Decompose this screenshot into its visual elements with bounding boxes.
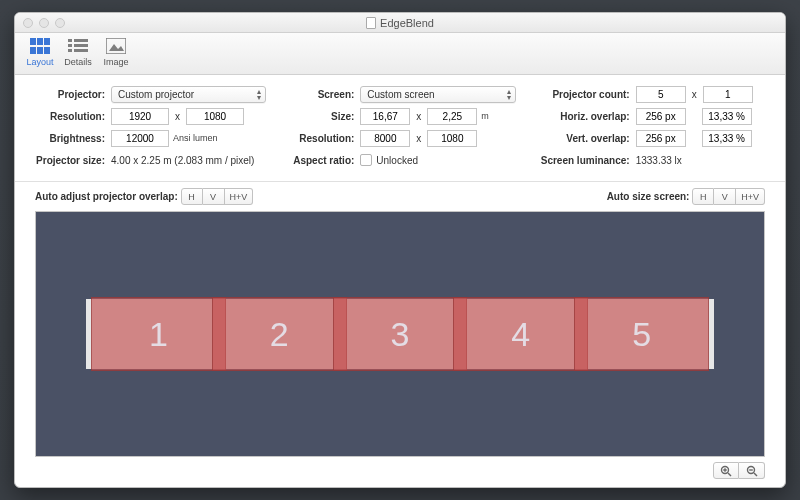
projector-number: 3	[391, 315, 410, 354]
zoom-out-icon	[746, 465, 758, 477]
svg-line-19	[754, 473, 757, 476]
auto-size-v-button[interactable]: V	[714, 188, 736, 205]
zoom-out-button[interactable]	[739, 462, 765, 479]
aspect-value: Unlocked	[376, 155, 418, 166]
projector-select[interactable]: Custom projector▴▾	[111, 86, 266, 103]
svg-rect-9	[74, 44, 88, 47]
minimize-icon[interactable]	[39, 18, 49, 28]
x-separator: x	[173, 111, 182, 122]
screen-size-label: Size:	[284, 111, 356, 122]
projector-number: 4	[511, 315, 530, 354]
traffic-lights	[15, 18, 65, 28]
chevron-updown-icon: ▴▾	[257, 89, 261, 101]
horiz-overlap-pct-input[interactable]	[702, 108, 752, 125]
projector-column: Projector: Custom projector▴▾ Resolution…	[35, 83, 266, 171]
auto-overlap-label: Auto adjust projector overlap:	[35, 191, 178, 202]
vert-overlap-label: Vert. overlap:	[534, 133, 632, 144]
settings-panel: Projector: Custom projector▴▾ Resolution…	[15, 75, 785, 182]
x-separator: x	[414, 111, 423, 122]
svg-rect-8	[68, 44, 72, 47]
screen-size-unit: m	[481, 111, 489, 121]
screen-select[interactable]: Custom screen▴▾	[360, 86, 515, 103]
layout-column: Projector count: x Horiz. overlap: Vert.…	[534, 83, 765, 171]
svg-rect-1	[37, 38, 43, 45]
screen-res-w-input[interactable]	[360, 130, 410, 147]
projector-region[interactable]: 3	[333, 297, 468, 371]
svg-rect-2	[44, 38, 50, 45]
screen-size-h-input[interactable]	[427, 108, 477, 125]
screen-label: Screen:	[284, 89, 356, 100]
toolbar-layout-button[interactable]: Layout	[21, 35, 59, 67]
details-list-icon	[68, 38, 88, 54]
auto-overlap-v-button[interactable]: V	[203, 188, 225, 205]
toolbar: Layout Details Image	[15, 33, 785, 75]
auto-overlap-h-button[interactable]: H	[181, 188, 203, 205]
screen-resolution-label: Resolution:	[284, 133, 356, 144]
projector-region[interactable]: 2	[212, 297, 347, 371]
x-separator: x	[690, 89, 699, 100]
titlebar: EdgeBlend	[15, 13, 785, 33]
projector-region[interactable]: 4	[453, 297, 588, 371]
svg-rect-10	[68, 49, 72, 52]
app-window: EdgeBlend Layout Details Image Projector…	[14, 12, 786, 488]
brightness-unit: Ansi lumen	[173, 133, 218, 143]
luminance-value: 1333.33 lx	[636, 155, 682, 166]
toolbar-details-label: Details	[59, 57, 97, 67]
svg-rect-3	[30, 47, 36, 54]
aspect-checkbox[interactable]	[360, 154, 372, 166]
svg-rect-4	[37, 47, 43, 54]
svg-rect-0	[30, 38, 36, 45]
projector-number: 2	[270, 315, 289, 354]
projector-size-label: Projector size:	[35, 155, 107, 166]
projector-size-value: 4.00 x 2.25 m (2.083 mm / pixel)	[111, 155, 254, 166]
screen-size-w-input[interactable]	[360, 108, 410, 125]
zoom-bar	[35, 457, 765, 481]
zoom-in-icon	[720, 465, 732, 477]
projection-canvas[interactable]: 1 2 3 4 5	[35, 211, 765, 457]
svg-rect-12	[106, 38, 126, 54]
window-title-text: EdgeBlend	[380, 17, 434, 29]
auto-size-label: Auto size screen:	[607, 191, 690, 202]
vert-overlap-px-input[interactable]	[636, 130, 686, 147]
svg-marker-13	[109, 44, 124, 51]
luminance-label: Screen luminance:	[534, 155, 632, 166]
svg-line-15	[728, 473, 731, 476]
toolbar-image-button[interactable]: Image	[97, 35, 135, 67]
image-icon	[106, 38, 126, 54]
horiz-overlap-px-input[interactable]	[636, 108, 686, 125]
toolbar-details-button[interactable]: Details	[59, 35, 97, 67]
projector-region[interactable]: 1	[91, 297, 226, 371]
auto-size-h-button[interactable]: H	[692, 188, 714, 205]
window-title: EdgeBlend	[15, 17, 785, 29]
screen-column: Screen: Custom screen▴▾ Size: x m Resolu…	[284, 83, 515, 171]
screen-select-value: Custom screen	[367, 89, 434, 100]
projector-res-w-input[interactable]	[111, 108, 169, 125]
zoom-icon[interactable]	[55, 18, 65, 28]
svg-rect-6	[68, 39, 72, 42]
svg-rect-11	[74, 49, 88, 52]
projector-count-x-input[interactable]	[636, 86, 686, 103]
zoom-in-button[interactable]	[713, 462, 739, 479]
close-icon[interactable]	[23, 18, 33, 28]
projector-select-value: Custom projector	[118, 89, 194, 100]
adjust-bar: Auto adjust projector overlap: H V H+V A…	[15, 182, 785, 211]
vert-overlap-pct-input[interactable]	[702, 130, 752, 147]
projector-res-h-input[interactable]	[186, 108, 244, 125]
screen-res-h-input[interactable]	[427, 130, 477, 147]
brightness-input[interactable]	[111, 130, 169, 147]
projector-number: 1	[149, 315, 168, 354]
auto-size-hv-button[interactable]: H+V	[736, 188, 765, 205]
toolbar-image-label: Image	[97, 57, 135, 67]
projector-resolution-label: Resolution:	[35, 111, 107, 122]
horiz-overlap-label: Horiz. overlap:	[534, 111, 632, 122]
toolbar-layout-label: Layout	[21, 57, 59, 67]
layout-grid-icon	[30, 38, 50, 54]
auto-overlap-hv-button[interactable]: H+V	[225, 188, 254, 205]
svg-rect-7	[74, 39, 88, 42]
projector-label: Projector:	[35, 89, 107, 100]
svg-rect-5	[44, 47, 50, 54]
chevron-updown-icon: ▴▾	[507, 89, 511, 101]
projector-region[interactable]: 5	[574, 297, 709, 371]
x-separator: x	[414, 133, 423, 144]
projector-count-y-input[interactable]	[703, 86, 753, 103]
